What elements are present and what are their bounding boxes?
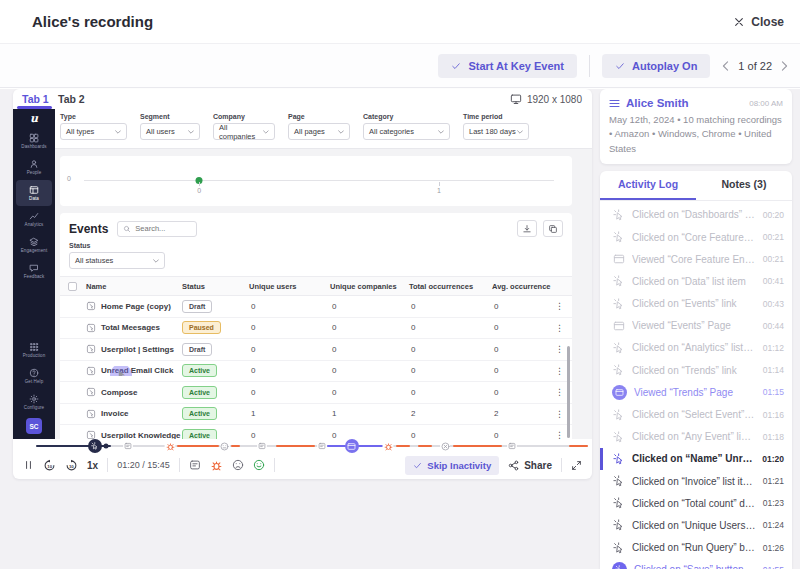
table-row[interactable]: Invoice Active1122⋮ — [60, 404, 572, 426]
filter-select[interactable]: Last 180 days — [463, 123, 529, 140]
tab-activity-log[interactable]: Activity Log — [600, 171, 696, 200]
table-row[interactable]: Userpilot | Settings Draft0000⋮ — [60, 339, 572, 361]
activity-log-item[interactable]: Clicked on “Analytics” list item 01:12 — [600, 337, 792, 359]
activity-log-item[interactable]: Viewed “Trends” Page 01:15 — [600, 381, 792, 403]
timeline-marker-note[interactable] — [507, 441, 517, 451]
timeline-marker-bug[interactable] — [383, 441, 394, 452]
activity-log-item[interactable]: Clicked on “Run Query” button 01:26 — [600, 537, 792, 559]
timeline-marker-dot[interactable] — [103, 444, 108, 449]
happy-marker-toggle[interactable] — [253, 459, 265, 471]
status-badge: Active — [182, 429, 217, 439]
timeline-marker-sadx[interactable] — [440, 441, 450, 451]
forward-10-icon[interactable]: 10 — [65, 459, 78, 472]
share-button[interactable]: Share — [508, 460, 552, 471]
activity-log-item[interactable]: Clicked on “Core Feature Engagem... 00:2… — [600, 226, 792, 248]
status-badge: Active — [182, 407, 217, 420]
filter-select[interactable]: All categories — [363, 123, 450, 140]
close-button[interactable]: Close — [734, 15, 784, 29]
sidebar-item-engagement[interactable]: Engagement — [16, 232, 52, 258]
activity-log-item[interactable]: Clicked on “Data” list item 00:41 — [600, 270, 792, 292]
sidebar-item-production[interactable]: Production — [16, 337, 52, 363]
activity-log-item[interactable]: Clicked on “Name” Unread Email C... 01:2… — [600, 448, 792, 470]
activity-log-item[interactable]: Clicked on “Events” link 00:43 — [600, 293, 792, 315]
sidebar-item-data[interactable]: Data — [16, 180, 52, 206]
row-menu-button[interactable]: ⋮ — [552, 323, 572, 333]
table-row[interactable]: Home Page (copy) Draft0000⋮ — [60, 296, 572, 318]
next-recording-button[interactable] — [781, 61, 788, 71]
table-scrollbar[interactable] — [567, 346, 570, 438]
timeline-marker-note[interactable] — [317, 441, 327, 451]
table-row[interactable]: Userpilot Knowledge ... Active0000⋮ — [60, 425, 572, 439]
previous-recording-button[interactable] — [722, 61, 729, 71]
side-panel: Alice Smith 08:00 AM May 12th, 2024 • 10… — [600, 89, 792, 569]
table-row[interactable]: Total Meesages Paused0000⋮ — [60, 318, 572, 340]
timeline-marker-note[interactable] — [123, 441, 133, 451]
timeline-marker-neutral[interactable] — [220, 441, 230, 451]
filter-select[interactable]: All pages — [288, 123, 350, 140]
activity-log-item[interactable]: Clicked on “Invoice” list item 01:21 — [600, 470, 792, 492]
metric-value: 0 — [330, 388, 409, 397]
events-search[interactable] — [117, 221, 197, 237]
status-badge: Draft — [182, 300, 212, 313]
activity-log-item[interactable]: Clicked on “Trends” link 01:14 — [600, 359, 792, 381]
metric-value: 0 — [409, 302, 492, 311]
sidebar-item-get-help[interactable]: Get Help — [16, 363, 52, 389]
rewind-10-icon[interactable]: 10 — [43, 459, 56, 472]
activity-log-item[interactable]: Clicked on “Any Event” list item 01:18 — [600, 426, 792, 448]
sidebar-item-dashboards[interactable]: Dashboards — [16, 128, 52, 154]
search-input[interactable] — [135, 224, 191, 233]
timeline-marker-bug[interactable] — [165, 441, 176, 452]
tab-2[interactable]: Tab 2 — [58, 93, 94, 105]
click-icon — [613, 519, 625, 531]
note-icon — [318, 442, 326, 450]
tag-icon — [86, 301, 96, 311]
metric-value: 0 — [409, 431, 492, 439]
fullscreen-button[interactable] — [571, 460, 582, 471]
copy-button[interactable] — [543, 220, 563, 237]
filter-select[interactable]: All companies — [213, 123, 275, 140]
table-row[interactable]: Compose Active0000⋮ — [60, 382, 572, 404]
timeline-marker-page[interactable] — [345, 439, 359, 453]
tab-1[interactable]: Tab 1 — [22, 93, 58, 105]
chart-y-axis-label: 0 — [67, 175, 71, 182]
activity-log-item[interactable]: Clicked on “Dashboards” list item 00:20 — [600, 204, 792, 226]
playback-timeline[interactable] — [13, 439, 592, 453]
timeline-segment-orange — [396, 445, 410, 447]
select-all-checkbox[interactable] — [68, 282, 77, 291]
start-at-key-event-button[interactable]: Start At Key Event — [438, 54, 577, 78]
activity-log-item[interactable]: Clicked on “Save” button 01:55 — [600, 559, 792, 569]
sidebar-item-feedback[interactable]: Feedback — [16, 258, 52, 284]
activity-log-item[interactable]: Clicked on “Unique Users” list item 01:2… — [600, 514, 792, 536]
sidebar-item-configure[interactable]: Configure — [16, 389, 52, 415]
stage: Tab 1 Tab 2 1920 x 1080 u DashboardsPeop… — [0, 89, 800, 569]
errors-marker-toggle[interactable] — [210, 459, 223, 472]
playback-speed-button[interactable]: 1x — [87, 460, 98, 471]
sidebar-item-people[interactable]: People — [16, 154, 52, 180]
activity-log-item[interactable]: Clicked on “Total count” dropdown 01:23 — [600, 492, 792, 514]
frustration-marker-toggle[interactable] — [232, 459, 244, 471]
visitor-name[interactable]: Alice Smith — [626, 97, 689, 109]
activity-log-item[interactable]: Clicked on “Select Event” dropdown 01:16 — [600, 403, 792, 425]
status-filter-select[interactable]: All statuses — [69, 252, 165, 269]
activity-log-item[interactable]: Viewed “Core Feature Engagment” 00:21 — [600, 248, 792, 270]
pause-button[interactable] — [23, 459, 34, 471]
timeline-marker-note[interactable] — [257, 441, 267, 451]
notes-marker-toggle[interactable] — [189, 459, 201, 471]
filter-company: Company All companies — [213, 113, 275, 148]
chevron-down-icon — [438, 130, 444, 134]
table-row[interactable]: Unread Email Click Active0000⋮ — [60, 361, 572, 383]
skip-inactivity-toggle[interactable]: Skip Inactivity — [405, 456, 499, 475]
sidebar-item-analytics[interactable]: Analytics — [16, 206, 52, 232]
row-menu-button[interactable]: ⋮ — [552, 301, 572, 311]
activity-log-item[interactable]: Viewed “Events” Page 00:44 — [600, 315, 792, 337]
page-icon — [613, 320, 625, 332]
activity-text: Clicked on “Name” Unread Email C... — [632, 453, 755, 464]
filter-select[interactable]: All users — [140, 123, 200, 140]
download-button[interactable] — [517, 220, 537, 237]
activity-timestamp: 01:16 — [763, 410, 784, 420]
filter-select[interactable]: All types — [60, 123, 127, 140]
avatar[interactable]: SC — [26, 418, 42, 434]
autoplay-toggle[interactable]: Autoplay On — [602, 54, 710, 78]
timeline-marker-playhead[interactable] — [88, 439, 102, 453]
tab-notes[interactable]: Notes (3) — [696, 171, 792, 200]
